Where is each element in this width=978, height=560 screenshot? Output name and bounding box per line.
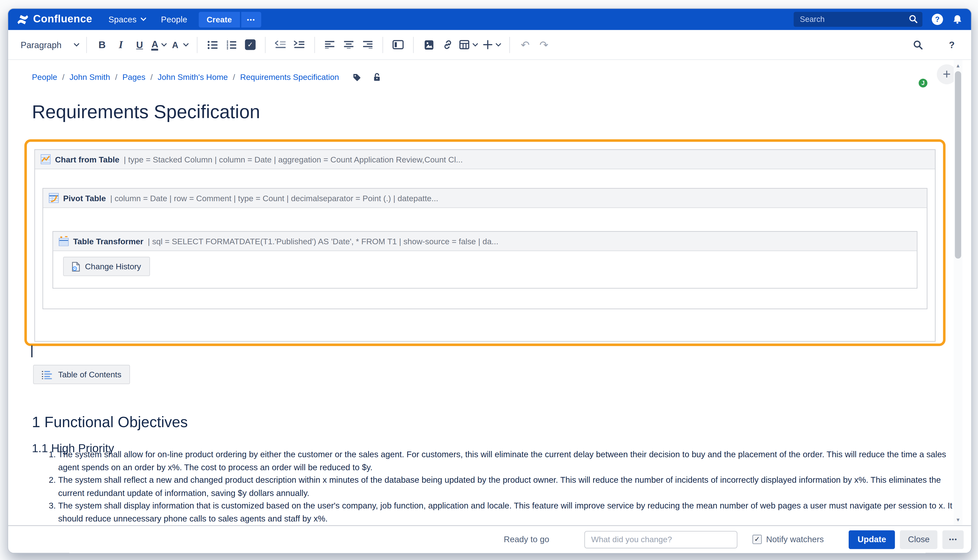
list-item: The system shall display information tha… xyxy=(58,500,960,525)
list-item: The system shall allow for on-line produ… xyxy=(58,448,960,474)
text-color-dropdown[interactable]: A xyxy=(152,35,167,54)
save-status-text: Ready to go xyxy=(504,535,549,544)
nav-people[interactable]: People xyxy=(161,15,187,24)
page-title: Requirements Specification xyxy=(32,101,260,122)
app-header: Confluence Spaces People Create ••• xyxy=(8,9,971,30)
help-icon[interactable]: ? xyxy=(932,14,943,25)
scroll-down-arrow[interactable]: ▼ xyxy=(954,515,962,524)
bold-button[interactable]: B xyxy=(95,35,109,54)
chevron-down-icon xyxy=(74,43,80,47)
editor-content: People / John Smith / Pages / John Smith… xyxy=(8,60,971,525)
table-transformer-icon xyxy=(59,236,69,246)
confluence-window: Confluence Spaces People Create ••• xyxy=(7,8,972,553)
toolbar-divider xyxy=(87,37,87,53)
numbered-list-button[interactable] xyxy=(225,35,239,54)
pivot-table-icon xyxy=(48,193,59,203)
italic-button[interactable]: I xyxy=(114,35,128,54)
insert-image-button[interactable] xyxy=(422,35,436,54)
macro-name: Pivot Table xyxy=(63,193,106,203)
heading-functional-objectives: 1 Functional Objectives xyxy=(32,413,188,431)
macro-selection-box[interactable]: Chart from Table | type = Stacked Column… xyxy=(24,139,946,346)
product-name: Confluence xyxy=(33,13,92,26)
breadcrumb-john-smith[interactable]: John Smith xyxy=(69,72,110,82)
table-transformer-macro[interactable]: Table Transformer | sql = SELECT FORMATD… xyxy=(52,231,917,288)
breadcrumb-current-page[interactable]: Requirements Specification xyxy=(240,72,339,82)
outdent-button[interactable] xyxy=(274,35,288,54)
pivot-table-macro-header[interactable]: Pivot Table | column = Date | row = Comm… xyxy=(43,189,927,208)
toolbar-divider xyxy=(413,37,414,53)
notify-watchers-checkbox[interactable]: ✓ xyxy=(753,535,762,544)
scroll-up-arrow[interactable]: ▲ xyxy=(954,61,962,70)
toolbar-divider xyxy=(197,37,198,53)
underline-button[interactable]: U xyxy=(133,35,146,54)
list-item: The system shall reflect a new and chang… xyxy=(58,474,960,500)
header-right: ? xyxy=(794,12,962,27)
paragraph-style-dropdown[interactable]: Paragraph xyxy=(21,35,80,54)
macro-button-label: Table of Contents xyxy=(58,370,121,379)
change-history-macro[interactable]: Change History xyxy=(63,257,150,276)
unlock-icon[interactable] xyxy=(373,72,381,82)
more-formatting-dropdown[interactable]: A xyxy=(172,35,189,54)
pivot-table-macro[interactable]: Pivot Table | column = Date | row = Comm… xyxy=(43,188,928,309)
bullet-list-button[interactable] xyxy=(206,35,220,54)
toolbar-divider xyxy=(265,37,266,53)
toolbar-divider xyxy=(382,37,383,53)
toolbar-right: ? xyxy=(909,35,961,54)
redo-button[interactable]: ↷ xyxy=(537,35,551,54)
indent-button[interactable] xyxy=(293,35,307,54)
macro-button-label: Change History xyxy=(85,262,141,271)
editor-toolbar: Paragraph B I U A A xyxy=(8,30,971,60)
save-bar: Ready to go ✓ Notify watchers Update Clo… xyxy=(8,525,971,553)
scrollbar-thumb[interactable] xyxy=(955,71,961,259)
breadcrumb-people[interactable]: People xyxy=(32,72,57,82)
breadcrumb: People / John Smith / Pages / John Smith… xyxy=(32,72,381,82)
top-navigation: Spaces People xyxy=(108,15,187,24)
create-more-button[interactable]: ••• xyxy=(241,12,261,27)
global-search xyxy=(794,12,922,27)
nav-spaces[interactable]: Spaces xyxy=(108,15,146,24)
insert-more-dropdown[interactable] xyxy=(483,35,501,54)
notify-watchers: ✓ Notify watchers xyxy=(753,535,824,544)
table-of-contents-icon xyxy=(42,370,53,379)
change-history-icon xyxy=(72,262,80,272)
macro-name: Table Transformer xyxy=(73,236,144,246)
chart-from-table-macro[interactable]: Chart from Table | type = Stacked Column… xyxy=(34,149,936,342)
task-list-button[interactable]: ✓ xyxy=(244,35,257,54)
table-of-contents-macro[interactable]: Table of Contents xyxy=(33,365,130,384)
chevron-down-icon xyxy=(140,18,146,22)
more-options-button[interactable]: ••• xyxy=(943,530,963,549)
search-input[interactable] xyxy=(794,12,922,27)
chart-from-table-macro-header[interactable]: Chart from Table | type = Stacked Column… xyxy=(35,150,935,169)
create-button[interactable]: Create xyxy=(199,12,240,27)
confluence-logo-icon xyxy=(17,13,28,25)
version-comment-input[interactable] xyxy=(584,531,738,548)
align-left-button[interactable] xyxy=(323,35,337,54)
macro-params: | sql = SELECT FORMATDATE(T1.'Published'… xyxy=(148,236,498,246)
editor-help-icon[interactable]: ? xyxy=(945,35,959,54)
undo-button[interactable]: ↶ xyxy=(518,35,532,54)
close-button[interactable]: Close xyxy=(900,530,938,549)
toolbar-divider xyxy=(509,37,510,53)
table-transformer-macro-header[interactable]: Table Transformer | sql = SELECT FORMATD… xyxy=(53,232,917,251)
insert-link-button[interactable] xyxy=(441,35,455,54)
checkbox-check-icon: ✓ xyxy=(245,40,255,50)
search-icon[interactable] xyxy=(909,15,918,24)
editor-presence-avatar: J xyxy=(919,79,928,87)
notify-watchers-label: Notify watchers xyxy=(766,535,824,544)
vertical-scrollbar[interactable]: ▲ ▼ xyxy=(954,60,962,525)
insert-table-dropdown[interactable] xyxy=(460,35,478,54)
text-cursor xyxy=(31,345,32,357)
align-center-button[interactable] xyxy=(342,35,356,54)
labels-tag-icon[interactable] xyxy=(353,73,361,81)
breadcrumb-home[interactable]: John Smith's Home xyxy=(158,72,228,82)
breadcrumb-pages[interactable]: Pages xyxy=(122,72,145,82)
page-layout-button[interactable] xyxy=(392,35,405,54)
chart-from-table-icon xyxy=(41,154,51,164)
macro-params: | type = Stacked Column | column = Date … xyxy=(124,155,463,164)
find-replace-icon[interactable] xyxy=(911,35,925,54)
align-right-button[interactable] xyxy=(361,35,375,54)
notifications-bell-icon[interactable] xyxy=(953,15,963,25)
toolbar-divider xyxy=(315,37,315,53)
update-button[interactable]: Update xyxy=(849,530,895,549)
confluence-logo[interactable]: Confluence xyxy=(17,13,92,26)
